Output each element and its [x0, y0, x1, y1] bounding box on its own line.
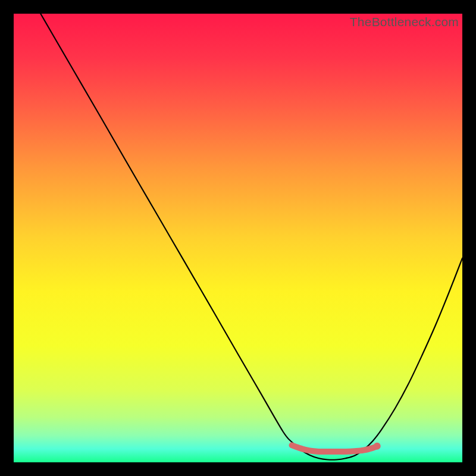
curve-layer [14, 14, 462, 462]
watermark-text: TheBottleneck.com [350, 15, 459, 29]
floor-marker [292, 445, 377, 452]
bottleneck-curve [40, 14, 462, 460]
chart-frame: TheBottleneck.com [14, 14, 462, 462]
floor-marker-end-dot [374, 443, 381, 450]
plot-area: TheBottleneck.com [14, 14, 462, 462]
